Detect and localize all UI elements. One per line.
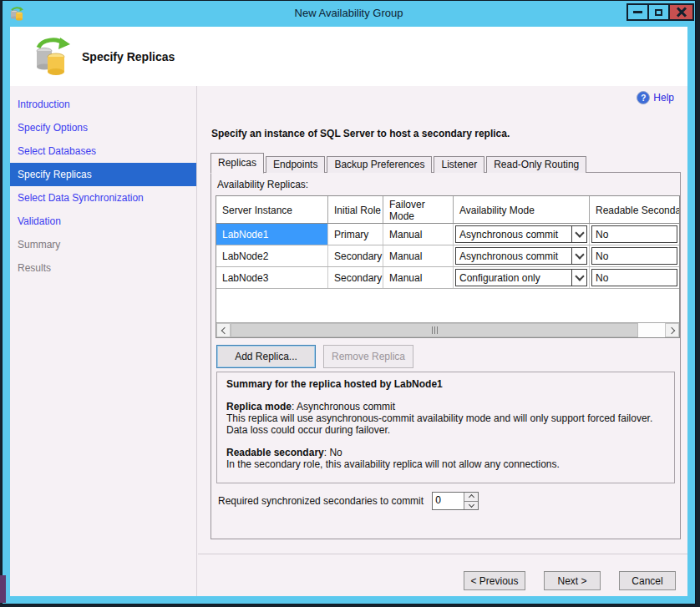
replicas-tab-page: Availability Replicas: Server Instance I… xyxy=(211,172,681,539)
cancel-button[interactable]: Cancel xyxy=(619,571,676,590)
remove-replica-button: Remove Replica xyxy=(323,345,413,368)
scroll-right-button[interactable] xyxy=(665,323,679,337)
required-secondaries-label: Required synchronized secondaries to com… xyxy=(218,495,424,507)
readable-secondary-label: Readable secondary xyxy=(226,447,324,458)
cell-failover-mode[interactable]: Manual xyxy=(383,245,454,266)
dropdown-value: Configuration only xyxy=(456,272,571,284)
spinner-down-button[interactable] xyxy=(464,502,478,510)
column-header-server-instance[interactable]: Server Instance xyxy=(216,196,328,223)
sidebar-item-select-databases[interactable]: Select Databases xyxy=(10,139,196,163)
tab-strip: Replicas Endpoints Backup Preferences Li… xyxy=(211,154,588,173)
cell-server-instance[interactable]: LabNode1 xyxy=(216,224,328,245)
cell-availability-mode: Asynchronous commit xyxy=(454,245,590,266)
spinner-value[interactable]: 0 xyxy=(433,493,464,509)
wizard-steps-sidebar: Introduction Specify Options Select Data… xyxy=(10,86,197,596)
column-header-initial-role[interactable]: Initial Role xyxy=(328,196,383,223)
cell-failover-mode[interactable]: Manual xyxy=(383,224,454,245)
summary-replica-mode-desc: This replica will use asynchronous-commi… xyxy=(226,412,665,436)
replica-mode-label: Replica mode xyxy=(226,401,292,412)
scrollbar-thumb[interactable] xyxy=(231,323,638,337)
help-label: Help xyxy=(653,92,674,104)
tab-backup-preferences[interactable]: Backup Preferences xyxy=(327,156,432,173)
close-icon xyxy=(677,8,687,17)
sidebar-item-specify-replicas[interactable]: Specify Replicas xyxy=(10,163,196,186)
add-replica-button[interactable]: Add Replica... xyxy=(216,345,316,368)
minimize-button[interactable] xyxy=(626,3,649,21)
previous-button[interactable]: < Previous xyxy=(464,571,525,590)
column-header-failover-mode[interactable]: Failover Mode xyxy=(383,196,454,223)
column-header-readable-secondary[interactable]: Readable Secondar xyxy=(590,196,679,223)
replica-buttons: Add Replica... Remove Replica xyxy=(216,345,413,368)
availability-mode-dropdown[interactable]: Asynchronous commit xyxy=(455,247,587,265)
tab-replicas[interactable]: Replicas xyxy=(211,153,264,174)
spinner-up-button[interactable] xyxy=(464,493,478,502)
sidebar-item-summary: Summary xyxy=(10,233,196,256)
help-icon: ? xyxy=(637,91,650,104)
window-title: New Availability Group xyxy=(3,7,695,19)
replica-mode-value: : Asynchronous commit xyxy=(292,401,395,412)
scrollbar-track[interactable] xyxy=(638,323,665,337)
availability-mode-dropdown[interactable]: Configuration only xyxy=(455,269,587,286)
tab-read-only-routing[interactable]: Read-Only Routing xyxy=(486,156,586,173)
instruction-text: Specify an instance of SQL Server to hos… xyxy=(211,128,510,139)
desktop-background-patch xyxy=(0,575,6,603)
maximize-button[interactable] xyxy=(647,3,670,21)
sidebar-item-specify-options[interactable]: Specify Options xyxy=(10,116,196,139)
wizard-navigation-buttons: < Previous Next > Cancel xyxy=(464,571,676,590)
dropdown-value: Asynchronous commit xyxy=(456,229,571,240)
chevron-right-icon xyxy=(667,326,674,333)
dialog-pane: Specify Replicas Introduction Specify Op… xyxy=(10,27,687,596)
footer-divider xyxy=(198,554,687,554)
minimize-icon xyxy=(633,11,642,13)
sidebar-item-results: Results xyxy=(10,256,196,280)
cell-readable-secondary: No xyxy=(590,224,679,245)
availability-replicas-label: Availability Replicas: xyxy=(217,179,308,190)
window-controls xyxy=(628,3,694,21)
required-secondaries-spinner[interactable]: 0 xyxy=(432,492,479,510)
dialog-window: New Availability Group Specify Replicas xyxy=(2,0,696,604)
chevron-down-icon[interactable] xyxy=(571,248,586,264)
cell-failover-mode[interactable]: Manual xyxy=(383,267,454,288)
close-button[interactable] xyxy=(668,3,694,21)
readable-secondary-dropdown[interactable]: No xyxy=(591,247,677,265)
availability-replicas-grid: Server Instance Initial Role Failover Mo… xyxy=(216,195,680,338)
cell-server-instance[interactable]: LabNode3 xyxy=(216,267,328,288)
sidebar-item-select-data-synchronization[interactable]: Select Data Synchronization xyxy=(10,186,196,210)
replicas-database-icon xyxy=(33,37,71,77)
cell-server-instance[interactable]: LabNode2 xyxy=(216,245,328,266)
tab-listener[interactable]: Listener xyxy=(434,156,484,173)
chevron-down-icon xyxy=(469,502,474,508)
required-secondaries-row: Required synchronized secondaries to com… xyxy=(218,492,479,510)
help-link[interactable]: ? Help xyxy=(637,91,674,104)
cell-readable-secondary: No xyxy=(590,267,679,288)
page-title: Specify Replicas xyxy=(82,50,175,63)
summary-title: Summary for the replica hosted by LabNod… xyxy=(226,378,665,390)
readable-secondary-dropdown[interactable]: No xyxy=(591,269,677,286)
table-row-labnode3: LabNode3 Secondary Manual Configuration … xyxy=(216,267,679,289)
scroll-left-button[interactable] xyxy=(216,323,231,337)
maximize-icon xyxy=(655,9,662,16)
grip-icon xyxy=(434,326,435,334)
cell-initial-role[interactable]: Primary xyxy=(328,224,383,245)
column-header-availability-mode[interactable]: Availability Mode xyxy=(454,196,590,223)
summary-replica-mode-line: Replica mode: Asynchronous commit xyxy=(226,401,665,412)
next-button[interactable]: Next > xyxy=(544,571,601,590)
tab-endpoints[interactable]: Endpoints xyxy=(266,156,325,173)
readable-secondary-value: : No xyxy=(324,447,342,458)
readable-secondary-dropdown[interactable]: No xyxy=(591,225,677,243)
titlebar[interactable]: New Availability Group xyxy=(3,1,695,27)
sidebar-item-validation[interactable]: Validation xyxy=(10,210,196,233)
availability-mode-dropdown[interactable]: Asynchronous commit xyxy=(455,225,587,243)
cell-availability-mode: Configuration only xyxy=(454,267,590,288)
chevron-down-icon[interactable] xyxy=(571,270,586,286)
chevron-down-icon[interactable] xyxy=(571,226,586,242)
cell-initial-role[interactable]: Secondary xyxy=(328,267,383,288)
summary-readable-line: Readable secondary: No xyxy=(226,447,665,458)
sidebar-item-introduction[interactable]: Introduction xyxy=(10,93,196,116)
spinner-buttons xyxy=(464,493,478,509)
summary-readable-desc: In the secondary role, this availability… xyxy=(226,458,665,470)
horizontal-scrollbar xyxy=(216,322,679,337)
cell-initial-role[interactable]: Secondary xyxy=(328,245,383,266)
content-area: ? Help Specify an instance of SQL Server… xyxy=(198,86,687,596)
replica-summary-box: Summary for the replica hosted by LabNod… xyxy=(216,372,675,483)
